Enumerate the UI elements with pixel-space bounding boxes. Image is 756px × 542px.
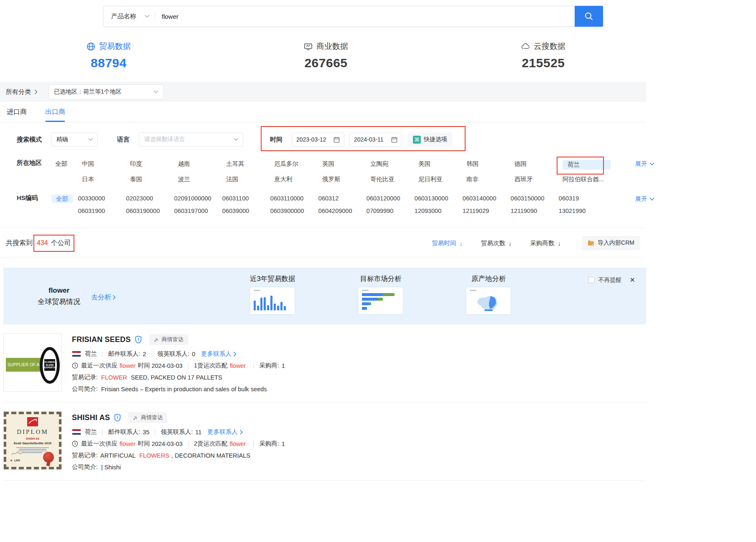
hs-code-option[interactable]: 12093000 — [415, 207, 463, 214]
chevron-down-icon — [88, 138, 93, 141]
company-logo[interactable]: DIPLOM SHISHI AS Eesti Gasellettevõte 20… — [3, 411, 62, 470]
region-option[interactable]: 厄瓜多尔 — [274, 159, 322, 168]
region-option[interactable]: 中国 — [82, 159, 130, 168]
search-button[interactable] — [575, 6, 603, 27]
hs-code-option[interactable]: 0603150000 — [511, 194, 559, 202]
region-option[interactable]: 土耳其 — [226, 159, 274, 168]
hs-code-option[interactable]: 060312 — [318, 194, 367, 202]
region-option[interactable]: 哥伦比亚 — [370, 175, 418, 183]
go-analyze-link[interactable]: 去分析 — [91, 293, 116, 302]
hs-code-option[interactable]: 0603197000 — [174, 207, 222, 214]
region-option-selected-wrap: 荷兰 — [563, 159, 611, 170]
region-expand-link[interactable]: 展开 — [635, 159, 654, 168]
hs-code-option[interactable]: 0604209000 — [318, 207, 367, 214]
region-option[interactable]: 印度 — [130, 159, 178, 168]
search-category-label: 产品名称 — [111, 13, 136, 20]
hs-option-all[interactable]: 全部 — [51, 195, 73, 203]
thumb-target-market[interactable]: 目标市场分析 — [359, 274, 403, 314]
divider — [253, 363, 254, 369]
hs-code-option[interactable]: 12119090 — [511, 207, 559, 214]
hs-code-option[interactable]: 060319 — [559, 194, 607, 202]
chevron-down-icon — [153, 90, 158, 94]
hs-code-option[interactable]: 0603190000 — [126, 207, 174, 214]
hs-expand-link[interactable]: 展开 — [635, 194, 654, 203]
hs-code-option[interactable]: 0603120000 — [367, 194, 415, 202]
language-select[interactable]: 请选择翻译语言 — [139, 132, 243, 147]
business-radar-badge[interactable]: 商情雷达 — [149, 334, 188, 345]
region-option[interactable]: 西班牙 — [514, 175, 563, 183]
hs-code-option[interactable]: 06031100 — [222, 194, 270, 202]
import-crm-button[interactable]: 导入内部CRM — [582, 236, 640, 250]
selected-region-text: 已选地区：荷兰等1个地区 — [54, 88, 122, 96]
hs-code-option[interactable]: 0603110000 — [270, 194, 318, 202]
sort-buyer-count[interactable]: 采购商数 ↓ — [530, 239, 561, 247]
region-option[interactable]: 德国 — [514, 159, 563, 168]
banner-keyword: flower — [38, 285, 80, 296]
date-to-input[interactable]: 2024-03-11 — [349, 132, 402, 147]
region-option[interactable]: 立陶宛 — [370, 159, 418, 168]
thumb-trade-3years[interactable]: 近3年贸易数据 — [250, 274, 295, 314]
stat-trade-data[interactable]: 贸易数据 88794 — [0, 41, 217, 70]
hs-code-option[interactable]: 07099990 — [367, 207, 415, 214]
region-option[interactable]: 美国 — [418, 159, 466, 168]
region-option[interactable]: 日本 — [82, 175, 130, 183]
banner-subtitle: 全球贸易情况 — [38, 296, 80, 307]
sort-trade-time[interactable]: 贸易时间 ↓ — [432, 239, 463, 247]
company-intro: Frisian Seeds – Experts in production an… — [101, 386, 267, 393]
region-option[interactable]: 越南 — [178, 159, 226, 168]
hs-code-option[interactable]: 06031900 — [78, 207, 126, 214]
china-map-thumbnail — [470, 293, 507, 312]
selected-region-dropdown[interactable]: 已选地区：荷兰等1个地区 — [48, 84, 164, 99]
company-logo[interactable]: SUPPLIER OF ALL SEEDS FLOWER BLEND EXPER… — [3, 333, 62, 392]
company-name[interactable]: SHISHI AS — [72, 413, 110, 422]
tab-importer[interactable]: 进口商 — [6, 102, 28, 122]
region-option[interactable]: 泰国 — [130, 175, 178, 183]
search-mode-select[interactable]: 精确 — [51, 132, 98, 147]
search-header: 产品名称 — [0, 0, 756, 28]
buyer-label: 采购商: — [259, 440, 279, 448]
region-option[interactable]: 韩国 — [466, 159, 514, 168]
stat-business-data[interactable]: 商业数据 267665 — [217, 41, 435, 70]
region-option[interactable]: 阿拉伯联合酋... — [563, 175, 611, 183]
quick-options-button[interactable]: ⌘ 快捷选项 — [408, 132, 452, 147]
hs-code-option[interactable]: 00330000 — [78, 194, 126, 202]
region-option-all[interactable]: 全部 — [55, 159, 82, 168]
hs-code-option[interactable]: 0603140000 — [463, 194, 511, 202]
close-icon[interactable]: ✕ — [630, 276, 635, 284]
verified-shield-icon[interactable] — [135, 336, 142, 344]
region-option[interactable]: 英国 — [322, 159, 370, 168]
hs-code-option[interactable]: 02023000 — [126, 194, 174, 202]
region-option[interactable]: 波兰 — [178, 175, 226, 183]
stat-cloud-search-data[interactable]: 云搜数据 215525 — [435, 41, 652, 70]
search-input[interactable] — [155, 6, 575, 26]
hs-code-option[interactable]: 02091000000 — [174, 194, 222, 202]
search-category-dropdown[interactable]: 产品名称 — [104, 6, 155, 26]
hs-code-option[interactable]: 13021990 — [559, 207, 607, 214]
region-option[interactable]: 南非 — [466, 175, 514, 183]
more-contacts-link[interactable]: 更多联系人 — [201, 350, 237, 358]
region-option[interactable]: 法国 — [226, 175, 274, 183]
verified-shield-icon[interactable] — [114, 414, 121, 422]
breadcrumb[interactable]: 所有分类 — [6, 88, 38, 96]
tab-exporter[interactable]: 出口商 — [44, 102, 66, 122]
date-from-input[interactable]: 2023-03-12 — [292, 132, 344, 147]
region-option[interactable]: 俄罗斯 — [322, 175, 370, 183]
hs-code-option[interactable]: 06039000 — [222, 207, 270, 214]
time-word: 时间 — [138, 362, 150, 370]
globe-icon — [87, 42, 95, 51]
hs-code-option[interactable]: 0603900000 — [270, 207, 318, 214]
more-contacts-link[interactable]: 更多联系人 — [207, 428, 243, 436]
results-count: 共搜索到 434 个公司 — [6, 239, 72, 248]
filter-panel: 搜索模式 精确 语言 请选择翻译语言 时间 2023-03-12 2024-03… — [0, 122, 660, 226]
region-option-netherlands[interactable]: 荷兰 — [563, 160, 611, 170]
region-option[interactable]: 意大利 — [274, 175, 322, 183]
monitor-icon — [304, 42, 313, 51]
thumb-origin-analysis[interactable]: 原产地分析 — [466, 274, 511, 314]
hs-code-option[interactable]: 0603130000 — [415, 194, 463, 202]
business-radar-badge[interactable]: 商情雷达 — [128, 412, 167, 423]
sort-trade-count[interactable]: 贸易次数 ↓ — [481, 239, 512, 247]
company-name[interactable]: FRISIAN SEEDS — [72, 335, 131, 344]
region-option[interactable]: 尼日利亚 — [418, 175, 466, 183]
dont-remind-checkbox[interactable] — [588, 277, 595, 283]
hs-code-option[interactable]: 12119029 — [463, 207, 511, 214]
